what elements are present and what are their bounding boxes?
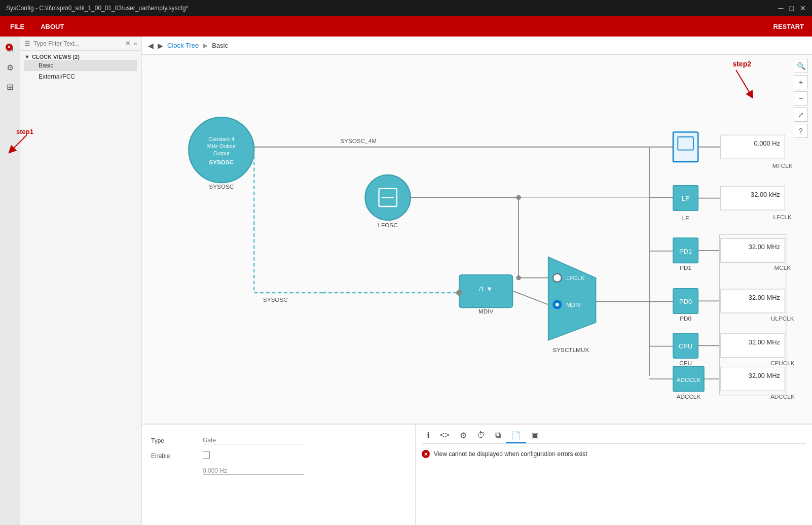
bottom-tabs: ℹ <> ⚙ ⏱ ⧉ [422,429,806,444]
help-icon: ? [799,127,803,135]
svg-text:LFOSC: LFOSC [378,222,398,228]
section-label: CLOCK VIEWS (2) [32,54,80,60]
plus-icon: + [799,78,803,86]
bottom-panel: Type Enable [142,424,812,525]
settings-icon: ⧉ [495,431,501,439]
svg-text:/1 ▼: /1 ▼ [479,285,493,293]
about-menu[interactable]: ABOUT [39,19,66,34]
filter-input[interactable] [33,40,122,47]
file-menu[interactable]: FILE [8,19,26,34]
svg-text:ULPCLK: ULPCLK [771,315,794,322]
svg-text:SYSOSC: SYSOSC [209,159,234,165]
sidebar-item-external-fcc[interactable]: External/FCC [24,71,137,82]
svg-text:ADCCLK: ADCCLK [677,393,701,400]
tab-document[interactable]: 📄 [506,429,526,443]
svg-text:PD0: PD0 [679,298,692,305]
section-header-clock-views[interactable]: ▼ CLOCK VIEWS (2) [24,54,137,60]
svg-point-21 [553,274,561,282]
gear-icon: ⚙ [7,63,14,73]
svg-text:SYSCTLMUX: SYSCTLMUX [552,346,589,353]
breadcrumb-current: Basic [212,42,228,49]
menu-bar: FILE ABOUT RESTART [0,16,812,37]
tab-settings[interactable]: ⧉ [490,429,506,443]
svg-text:LF: LF [682,215,689,221]
type-label: Type [151,434,202,447]
chevron-down-icon: ▼ [24,54,30,60]
help-button[interactable]: ? [794,124,808,138]
history-icon: ⏱ [477,431,485,439]
minus-icon: − [799,94,803,102]
table-icon: ⊞ [7,82,13,92]
svg-text:MFCLK: MFCLK [772,162,793,169]
forward-button[interactable]: ▶ [158,42,163,50]
info-icon: ℹ [427,431,430,440]
sidebar-item-basic[interactable]: Basic [24,60,137,71]
svg-text:SYSOSC_4M: SYSOSC_4M [340,137,377,144]
error-badge: ✕ [6,44,13,51]
svg-text:MHz Output: MHz Output [207,143,236,149]
error-text: View cannot be displayed when configurat… [434,450,587,458]
svg-text:0.000 Hz: 0.000 Hz [754,139,780,147]
svg-text:LFCLK: LFCLK [566,274,585,281]
breadcrumb-separator: ▶ [203,42,208,49]
right-toolbar: 🔍 + − ⤢ ? [794,59,808,138]
error-icon: ✕ [422,450,430,458]
svg-text:Constant 4: Constant 4 [208,136,234,142]
minimize-button[interactable]: ─ [779,4,784,12]
bottom-right: ℹ <> ⚙ ⏱ ⧉ [416,425,812,525]
collapse-icon[interactable]: « [134,40,137,47]
svg-text:CPU: CPU [679,342,692,350]
svg-text:32.00 MHz: 32.00 MHz [749,294,780,301]
sidebar-header: ☰ ✕ « [20,37,141,51]
svg-text:SYSOSC: SYSOSC [209,183,234,190]
window-controls: ─ □ ✕ [779,4,806,12]
svg-text:CPU: CPU [679,360,692,366]
content-area: ◀ ▶ Clock Tree ▶ Basic step2 [142,37,812,525]
tab-code[interactable]: <> [435,429,455,443]
filter-icon: ☰ [24,40,30,47]
fit-icon: ⤢ [798,111,804,119]
sidebar-section-clock-views: ▼ CLOCK VIEWS (2) Basic External/FCC [20,51,141,85]
svg-marker-20 [548,257,596,340]
zoom-search-button[interactable]: 🔍 [794,59,808,73]
svg-text:MDIV: MDIV [566,301,581,308]
tab-info[interactable]: ℹ [422,429,435,443]
view-icon: ▣ [531,431,539,440]
back-button[interactable]: ◀ [148,42,154,50]
clear-filter-icon[interactable]: ✕ [125,40,131,47]
svg-line-31 [512,291,548,305]
svg-text:32.00 kHz: 32.00 kHz [751,191,780,198]
zoom-out-button[interactable]: − [794,91,808,106]
sidebar: ☰ ✕ « ▼ CLOCK VIEWS (2) Basic External/F… [20,37,142,525]
breadcrumb-parent[interactable]: Clock Tree [167,42,199,49]
zoom-in-button[interactable]: + [794,75,808,89]
table-icon-btn[interactable]: ⊞ [3,79,18,94]
search-icon: 🔍 [797,62,805,70]
close-button[interactable]: ✕ [800,4,806,12]
svg-text:SYSOSC: SYSOSC [263,296,288,303]
enable-checkbox[interactable] [203,451,210,459]
tab-history[interactable]: ⏱ [472,429,490,443]
tab-view[interactable]: ▣ [526,429,544,443]
overview-icon-btn[interactable]: ⊞ ✕ [3,41,18,56]
svg-text:PD1: PD1 [679,248,692,255]
fit-view-button[interactable]: ⤢ [794,108,808,122]
enable-label: Enable [151,448,202,463]
tab-chip[interactable]: ⚙ [455,429,472,443]
bottom-properties: Type Enable [142,425,416,525]
document-icon: 📄 [511,431,521,440]
svg-text:32.00 MHz: 32.00 MHz [749,243,780,251]
svg-text:MDIV: MDIV [478,308,493,314]
svg-text:32.00 MHz: 32.00 MHz [749,338,780,346]
title-bar: SysConfig - C:\ti\mspm0_sdk_1_00_01_03\u… [0,0,812,16]
type-value[interactable] [203,437,304,444]
svg-text:32.00 MHz: 32.00 MHz [749,372,780,379]
clock-diagram: Constant 4 MHz Output Output SYSOSC SYSO… [142,55,812,424]
restart-button[interactable]: RESTART [773,23,804,30]
svg-text:MCLK: MCLK [774,264,791,271]
restore-button[interactable]: □ [790,4,794,12]
svg-text:PD0: PD0 [680,315,691,322]
canvas-area: step2 Constant 4 MHz O [142,55,812,424]
svg-text:LFCLK: LFCLK [773,214,792,220]
gear-icon-btn[interactable]: ⚙ [3,60,18,75]
